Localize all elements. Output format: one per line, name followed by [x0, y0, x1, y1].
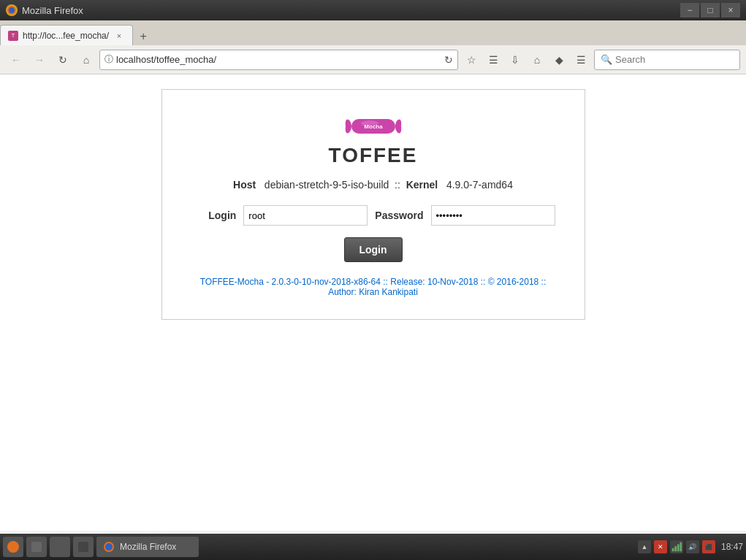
search-input[interactable]	[615, 54, 734, 65]
taskbar-start-icon[interactable]	[3, 537, 23, 557]
refresh-button[interactable]: ↻	[53, 50, 73, 70]
taskbar-firefox-icon	[102, 540, 115, 553]
candy-logo: Mocha	[344, 112, 403, 141]
login-button[interactable]: Login	[344, 237, 403, 262]
tab-label: http://loc...fee_mocha/	[23, 31, 109, 41]
home-button[interactable]: ⌂	[76, 50, 96, 70]
svg-rect-12	[674, 546, 677, 551]
back-button[interactable]: ←	[6, 50, 26, 70]
taskbar-time-area: ▲ ✕ 🔊 ⬛ 18:47	[638, 540, 743, 553]
menu-button[interactable]: ☰	[571, 50, 591, 70]
login-row: Login Password	[191, 205, 555, 226]
taskbar: Mozilla Firefox ▲ ✕ 🔊 ⬛ 18:47	[0, 534, 746, 560]
host-info: Host debian-stretch-9-5-iso-build :: Ker…	[191, 179, 555, 191]
search-bar: 🔍	[594, 50, 740, 70]
window-title: Mozilla Firefox	[22, 5, 83, 16]
app-title: TOFFEE	[191, 144, 555, 167]
address-refresh-icon[interactable]: ↻	[444, 54, 453, 66]
taskbar-icon-1[interactable]	[26, 537, 47, 557]
browser-content: Mocha TOFFEE Host debian-stretch-9-5-iso…	[0, 74, 746, 531]
search-icon: 🔍	[601, 54, 612, 65]
host-value: debian-stretch-9-5-iso-build	[264, 179, 389, 191]
footer-text: TOFFEE-Mocha - 2.0.3-0-10-nov-2018-x86-6…	[191, 277, 555, 297]
login-box: Mocha TOFFEE Host debian-stretch-9-5-iso…	[161, 89, 585, 320]
footer-link[interactable]: TOFFEE-Mocha - 2.0.3-0-10-nov-2018-x86-6…	[200, 277, 547, 297]
address-input[interactable]	[116, 54, 441, 65]
svg-rect-7	[55, 542, 65, 552]
kernel-value: 4.9.0-7-amd64	[446, 179, 513, 191]
maximize-button[interactable]: □	[701, 3, 720, 18]
tab-close-button[interactable]: ×	[113, 30, 125, 42]
address-bar: ⓘ ↻	[99, 50, 458, 70]
bookmark-list-button[interactable]: ☰	[483, 50, 503, 70]
taskbar-firefox-label: Mozilla Firefox	[120, 542, 176, 552]
svg-text:Mocha: Mocha	[364, 123, 383, 130]
svg-point-10	[105, 543, 113, 551]
bookmark-star-button[interactable]: ☆	[461, 50, 482, 70]
title-bar: Mozilla Firefox − □ ×	[0, 0, 746, 20]
taskbar-icon-3[interactable]	[73, 537, 94, 557]
forward-button[interactable]: →	[29, 50, 50, 70]
taskbar-time: 18:47	[721, 542, 743, 552]
download-button[interactable]: ⇩	[505, 50, 525, 70]
login-input[interactable]	[243, 205, 368, 226]
tray-icon-3	[670, 540, 683, 553]
svg-rect-14	[680, 542, 682, 551]
minimize-button[interactable]: −	[680, 3, 699, 18]
nav-bar: ← → ↻ ⌂ ⓘ ↻ ☆ ☰ ⇩ ⌂ ◆ ☰ 🔍	[0, 45, 746, 74]
svg-rect-11	[672, 548, 674, 551]
lock-icon: ⓘ	[104, 53, 113, 66]
svg-rect-6	[31, 542, 42, 552]
host-label: Host	[233, 179, 256, 191]
sys-tray: ▲ ✕ 🔊 ⬛	[638, 540, 715, 553]
tray-icon-1: ▲	[638, 540, 651, 553]
tab-bar: T http://loc...fee_mocha/ × +	[0, 20, 746, 45]
nav-icons: ☆ ☰ ⇩ ⌂ ◆ ☰	[461, 50, 591, 70]
taskbar-firefox-button[interactable]: Mozilla Firefox	[96, 537, 199, 557]
svg-rect-8	[78, 542, 88, 552]
tray-icon-2: ✕	[654, 540, 667, 553]
svg-point-5	[7, 541, 19, 553]
tray-icon-4: 🔊	[686, 540, 699, 553]
close-button[interactable]: ×	[721, 3, 740, 18]
pocket-button[interactable]: ◆	[549, 50, 569, 70]
active-tab[interactable]: T http://loc...fee_mocha/ ×	[0, 25, 133, 45]
password-input[interactable]	[431, 205, 555, 226]
new-tab-button[interactable]: +	[133, 28, 153, 45]
window-controls: − □ ×	[680, 3, 740, 18]
taskbar-icon-2[interactable]	[50, 537, 70, 557]
svg-rect-13	[677, 544, 680, 551]
login-label: Login	[191, 210, 237, 221]
tray-icon-5: ⬛	[702, 540, 715, 553]
password-label: Password	[375, 210, 423, 221]
home-nav-button[interactable]: ⌂	[527, 50, 547, 70]
page-wrapper: Mocha TOFFEE Host debian-stretch-9-5-iso…	[0, 74, 746, 440]
tab-favicon: T	[8, 31, 18, 41]
firefox-logo	[6, 4, 18, 16]
kernel-label: Kernel	[406, 179, 438, 191]
svg-point-1	[9, 7, 15, 13]
logo-area: Mocha TOFFEE	[191, 112, 555, 167]
